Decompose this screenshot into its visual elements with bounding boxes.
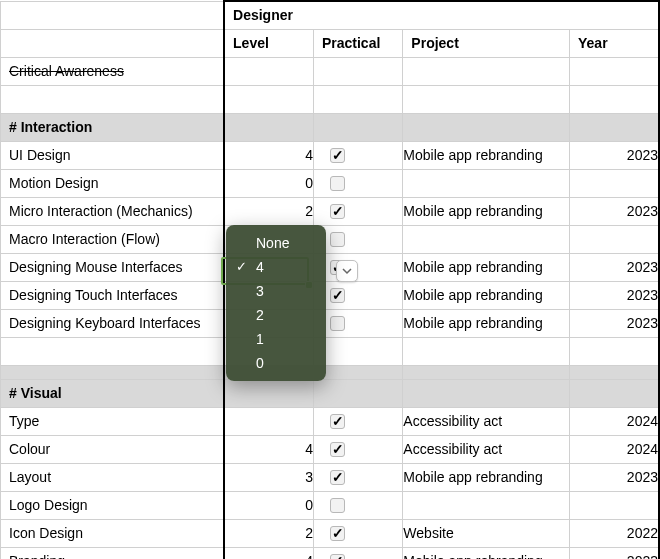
project-cell[interactable]: Accessibility act — [403, 407, 570, 435]
header-project: Project — [403, 29, 570, 57]
project-cell[interactable]: Mobile app rebranding — [403, 197, 570, 225]
level-cell[interactable]: 4 — [224, 141, 313, 169]
project-cell[interactable] — [403, 225, 570, 253]
project-cell[interactable]: Mobile app rebranding — [403, 141, 570, 169]
project-cell[interactable] — [403, 491, 570, 519]
skill-name: Designing Keyboard Interfaces — [1, 309, 225, 337]
project-cell[interactable] — [403, 169, 570, 197]
level-cell[interactable] — [224, 407, 313, 435]
checkbox-checked-icon[interactable] — [330, 470, 345, 485]
header-designer: Designer — [224, 1, 659, 29]
practical-cell[interactable] — [313, 519, 402, 547]
year-cell[interactable]: 2024 — [570, 407, 660, 435]
level-dropdown-toggle[interactable] — [336, 260, 358, 282]
practical-cell[interactable] — [313, 169, 402, 197]
practical-cell[interactable] — [313, 309, 402, 337]
checkbox-checked-icon[interactable] — [330, 414, 345, 429]
year-cell[interactable]: 2023 — [570, 281, 660, 309]
project-cell[interactable]: Website — [403, 519, 570, 547]
practical-cell[interactable] — [313, 225, 402, 253]
year-cell[interactable] — [570, 491, 660, 519]
practical-cell[interactable] — [313, 253, 402, 281]
year-cell[interactable]: 2023 — [570, 141, 660, 169]
year-cell[interactable]: 2023 — [570, 253, 660, 281]
year-cell[interactable] — [570, 169, 660, 197]
header-skill-blank — [1, 1, 225, 29]
project-cell[interactable]: Mobile app rebranding — [403, 547, 570, 559]
year-cell[interactable]: 2023 — [570, 547, 660, 559]
level-option[interactable]: 3 — [226, 279, 326, 303]
level-dropdown-menu[interactable]: None✓43210 — [226, 225, 326, 381]
header-skill-blank2 — [1, 29, 225, 57]
year-cell[interactable]: 2023 — [570, 197, 660, 225]
skill-name: Designing Touch Interfaces — [1, 281, 225, 309]
practical-cell[interactable] — [313, 57, 402, 85]
level-cell[interactable]: 3 — [224, 463, 313, 491]
chevron-down-icon — [342, 266, 352, 276]
checkbox-icon[interactable] — [330, 176, 345, 191]
header-year: Year — [570, 29, 660, 57]
practical-cell[interactable] — [313, 491, 402, 519]
checkbox-checked-icon[interactable] — [330, 442, 345, 457]
level-cell[interactable]: 2 — [224, 197, 313, 225]
level-option[interactable]: 0 — [226, 351, 326, 375]
practical-cell[interactable] — [313, 435, 402, 463]
skill-name: Colour — [1, 435, 225, 463]
practical-cell[interactable] — [313, 407, 402, 435]
section-heading: # Visual — [1, 379, 225, 407]
level-cell[interactable]: 4 — [224, 547, 313, 559]
checkbox-checked-icon[interactable] — [330, 526, 345, 541]
skill-name: Critical Awareness — [1, 57, 225, 85]
project-cell[interactable]: Mobile app rebranding — [403, 253, 570, 281]
practical-cell[interactable] — [313, 463, 402, 491]
level-option[interactable]: ✓4 — [226, 255, 326, 279]
skill-name: Type — [1, 407, 225, 435]
skill-name: Layout — [1, 463, 225, 491]
checkbox-icon[interactable] — [330, 316, 345, 331]
level-cell[interactable] — [224, 57, 313, 85]
practical-cell[interactable] — [313, 547, 402, 559]
level-cell[interactable]: 0 — [224, 491, 313, 519]
level-option[interactable]: 2 — [226, 303, 326, 327]
skill-name: Icon Design — [1, 519, 225, 547]
project-cell[interactable]: Mobile app rebranding — [403, 463, 570, 491]
level-cell[interactable]: 2 — [224, 519, 313, 547]
checkbox-icon[interactable] — [330, 232, 345, 247]
project-cell[interactable]: Mobile app rebranding — [403, 281, 570, 309]
skill-name: Branding — [1, 547, 225, 559]
level-option[interactable]: None — [226, 231, 326, 255]
header-level: Level — [224, 29, 313, 57]
level-cell[interactable]: 4 — [224, 435, 313, 463]
year-cell[interactable]: 2023 — [570, 463, 660, 491]
header-practical: Practical — [313, 29, 402, 57]
skill-name: Macro Interaction (Flow) — [1, 225, 225, 253]
skill-name: Motion Design — [1, 169, 225, 197]
skill-name: Logo Design — [1, 491, 225, 519]
skill-name: UI Design — [1, 141, 225, 169]
project-cell[interactable]: Mobile app rebranding — [403, 309, 570, 337]
practical-cell[interactable] — [313, 281, 402, 309]
skills-matrix-table: DesignerLevelPracticalProjectYearCritica… — [0, 0, 660, 559]
checkbox-checked-icon[interactable] — [330, 554, 345, 559]
skill-name: Designing Mouse Interfaces — [1, 253, 225, 281]
checkbox-checked-icon[interactable] — [330, 204, 345, 219]
skill-name: Micro Interaction (Mechanics) — [1, 197, 225, 225]
project-cell[interactable] — [403, 57, 570, 85]
year-cell[interactable] — [570, 57, 660, 85]
checkbox-checked-icon[interactable] — [330, 148, 345, 163]
level-option[interactable]: 1 — [226, 327, 326, 351]
year-cell[interactable] — [570, 225, 660, 253]
year-cell[interactable]: 2024 — [570, 435, 660, 463]
section-heading: # Interaction — [1, 113, 225, 141]
check-icon: ✓ — [236, 259, 247, 274]
checkbox-icon[interactable] — [330, 498, 345, 513]
level-cell[interactable]: 0 — [224, 169, 313, 197]
project-cell[interactable]: Accessibility act — [403, 435, 570, 463]
practical-cell[interactable] — [313, 141, 402, 169]
year-cell[interactable]: 2022 — [570, 519, 660, 547]
year-cell[interactable]: 2023 — [570, 309, 660, 337]
checkbox-checked-icon[interactable] — [330, 288, 345, 303]
practical-cell[interactable] — [313, 197, 402, 225]
